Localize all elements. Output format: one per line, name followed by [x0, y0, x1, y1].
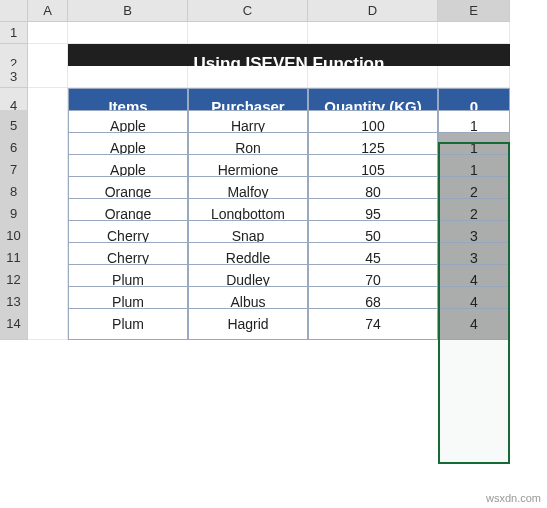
- row-header-1[interactable]: 1: [0, 22, 28, 44]
- spreadsheet-grid[interactable]: A B C D E 1 2 Using ISEVEN Function 3 4 …: [0, 0, 547, 330]
- col-header-e[interactable]: E: [438, 0, 510, 22]
- cell-a1[interactable]: [28, 22, 68, 44]
- col-header-b[interactable]: B: [68, 0, 188, 22]
- col-header-a[interactable]: A: [28, 0, 68, 22]
- cell-d3[interactable]: [308, 66, 438, 88]
- cell-qty-14[interactable]: 74: [308, 308, 438, 340]
- cell-items-14[interactable]: Plum: [68, 308, 188, 340]
- select-all-corner[interactable]: [0, 0, 28, 22]
- cell-e1[interactable]: [438, 22, 510, 44]
- cell-b3[interactable]: [68, 66, 188, 88]
- cell-a14[interactable]: [28, 308, 68, 340]
- cell-c1[interactable]: [188, 22, 308, 44]
- cell-d1[interactable]: [308, 22, 438, 44]
- cell-b1[interactable]: [68, 22, 188, 44]
- row-header-14[interactable]: 14: [0, 308, 28, 340]
- row-header-3[interactable]: 3: [0, 66, 28, 88]
- cell-a3[interactable]: [28, 66, 68, 88]
- cell-e3[interactable]: [438, 66, 510, 88]
- cell-purchaser-14[interactable]: Hagrid: [188, 308, 308, 340]
- col-header-d[interactable]: D: [308, 0, 438, 22]
- cell-val-14[interactable]: 4: [438, 308, 510, 340]
- watermark: wsxdn.com: [486, 492, 541, 504]
- cell-c3[interactable]: [188, 66, 308, 88]
- col-header-c[interactable]: C: [188, 0, 308, 22]
